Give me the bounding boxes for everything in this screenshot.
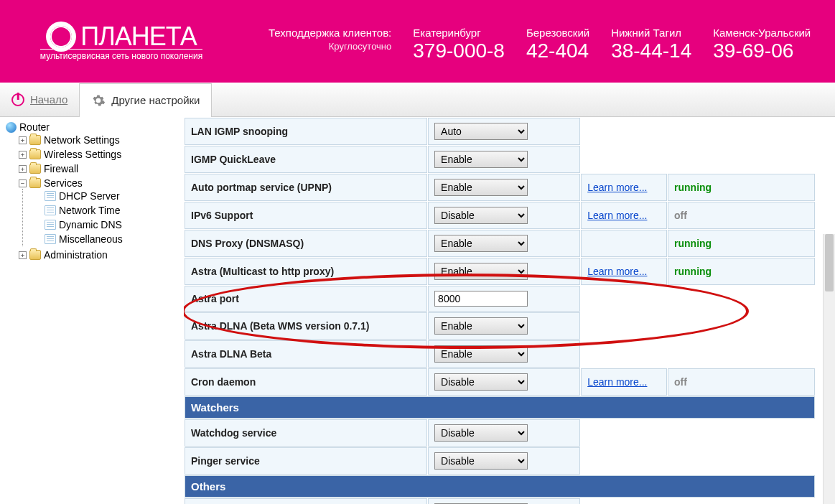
upnp-learn-more[interactable]: Learn more...	[587, 182, 647, 193]
city-kamensk: Каменск-Уральский 39-69-06	[713, 19, 811, 65]
logo-icon	[46, 22, 76, 52]
tree-wireless-settings[interactable]: +Wireless Settings	[19, 149, 178, 160]
gear-icon	[91, 93, 106, 108]
scrollbar[interactable]	[823, 234, 835, 504]
page-icon	[45, 234, 56, 244]
expand-icon[interactable]: +	[19, 165, 27, 173]
ipv6-learn-more[interactable]: Learn more...	[587, 210, 647, 221]
page-icon	[45, 205, 56, 215]
tree-firewall[interactable]: +Firewall	[19, 163, 178, 174]
pinger-select[interactable]: Disable	[434, 452, 528, 470]
tree-administration[interactable]: +Administration	[19, 249, 178, 261]
row-igmp-quickleave: IGMP QuickLeave Enable	[185, 146, 815, 173]
ipv6-status: off	[674, 210, 687, 221]
support-info: Техподдержка клиентов: Круглосуточно Ека…	[233, 19, 825, 65]
tree-router[interactable]: Router	[6, 121, 178, 133]
power-icon	[11, 93, 24, 106]
tree-network-time[interactable]: Network Time	[45, 205, 178, 216]
expand-icon[interactable]: +	[19, 251, 27, 259]
tree-services[interactable]: −Services	[19, 177, 178, 189]
nav-other-settings[interactable]: Другие настройки	[79, 83, 212, 117]
tree-miscellaneous[interactable]: Miscellaneous	[45, 233, 178, 245]
row-pinger: Pinger service Disable	[185, 447, 815, 475]
watchdog-select[interactable]: Disable	[434, 424, 528, 442]
scrollbar-thumb[interactable]	[825, 234, 834, 291]
folder-icon	[29, 250, 41, 260]
row-dnsmasq: DNS Proxy (DNSMASQ) Enable running	[185, 230, 815, 257]
nav-other-label: Другие настройки	[111, 94, 200, 106]
tree-dynamic-dns[interactable]: Dynamic DNS	[45, 219, 178, 230]
collapse-icon[interactable]: −	[19, 179, 27, 187]
upnp-status: running	[674, 182, 712, 193]
cron-status: off	[674, 376, 687, 388]
nav-home-label[interactable]: Начало	[30, 93, 67, 106]
sidebar: Router +Network Settings +Wireless Setti…	[0, 117, 184, 504]
support-hours: Круглосуточно	[269, 41, 391, 53]
row-cron: Cron daemon Disable Learn more... off	[185, 368, 815, 396]
city-berez: Березовский 42-404	[526, 19, 589, 65]
content-panel: LAN IGMP snooping Auto IGMP QuickLeave E…	[184, 117, 835, 504]
city-ekb: Екатеринбург 379-000-8	[413, 19, 505, 65]
page-icon	[45, 220, 56, 230]
astra-port-input[interactable]	[434, 291, 528, 307]
cron-select[interactable]: Disable	[434, 373, 528, 391]
expand-icon[interactable]: +	[19, 136, 27, 144]
isp-header: ПЛАНЕТА мультисервисная сеть нового поко…	[0, 0, 835, 83]
upnp-select[interactable]: Enable	[434, 179, 528, 196]
section-others: Others	[185, 475, 815, 498]
dnsmasq-status: running	[674, 238, 712, 249]
astra-select[interactable]: Enable	[434, 263, 528, 280]
city-ntagil: Нижний Тагил 38-44-14	[611, 19, 691, 65]
tree-network-settings[interactable]: +Network Settings	[19, 134, 178, 146]
row-ipv6: IPv6 Support Disable Learn more... off	[185, 202, 815, 229]
folder-icon	[29, 135, 41, 145]
ipv6-select[interactable]: Disable	[434, 207, 528, 224]
lan-igmp-select[interactable]: Auto	[434, 123, 528, 140]
row-astra-port: Astra port	[185, 286, 815, 312]
astra-dlna-beta-select[interactable]: Enable	[434, 345, 528, 363]
row-upnp: Auto portmap service (UPNP) Enable Learn…	[185, 174, 815, 201]
folder-icon	[29, 164, 41, 174]
dnsmasq-select[interactable]: Enable	[434, 235, 528, 252]
astra-status: running	[674, 266, 712, 277]
expand-icon[interactable]: +	[19, 151, 27, 159]
logo: ПЛАНЕТА мультисервисная сеть нового поко…	[10, 22, 233, 61]
row-switch-reinit: Switch reinit on DHCP lease fail Disable	[185, 498, 815, 504]
astra-learn-more[interactable]: Learn more...	[587, 266, 647, 277]
row-watchdog: Watchdog service Disable	[185, 419, 815, 447]
row-astra: Astra (Multicast to http proxy) Enable L…	[185, 258, 815, 285]
globe-icon	[6, 122, 17, 133]
section-watchers: Watchers	[185, 396, 815, 419]
igmp-quickleave-select[interactable]: Enable	[434, 151, 528, 168]
brand-name: ПЛАНЕТА	[80, 22, 196, 52]
support-label: Техподдержка клиентов:	[269, 27, 391, 39]
cron-learn-more[interactable]: Learn more...	[587, 376, 647, 388]
row-astra-dlna: Astra DLNA (Beta WMS version 0.7.1) Enab…	[185, 312, 815, 340]
row-astra-dlna-beta: Astra DLNA Beta Enable	[185, 340, 815, 368]
navbar: Начало Другие настройки	[0, 83, 835, 117]
astra-dlna-select[interactable]: Enable	[434, 317, 528, 335]
settings-table: LAN IGMP snooping Auto IGMP QuickLeave E…	[184, 117, 816, 504]
page-icon	[45, 191, 56, 201]
tree-dhcp-server[interactable]: DHCP Server	[45, 190, 178, 202]
nav-home[interactable]: Начало	[0, 83, 79, 116]
folder-icon	[29, 178, 41, 188]
row-lan-igmp: LAN IGMP snooping Auto	[185, 118, 815, 145]
folder-icon	[29, 149, 41, 159]
